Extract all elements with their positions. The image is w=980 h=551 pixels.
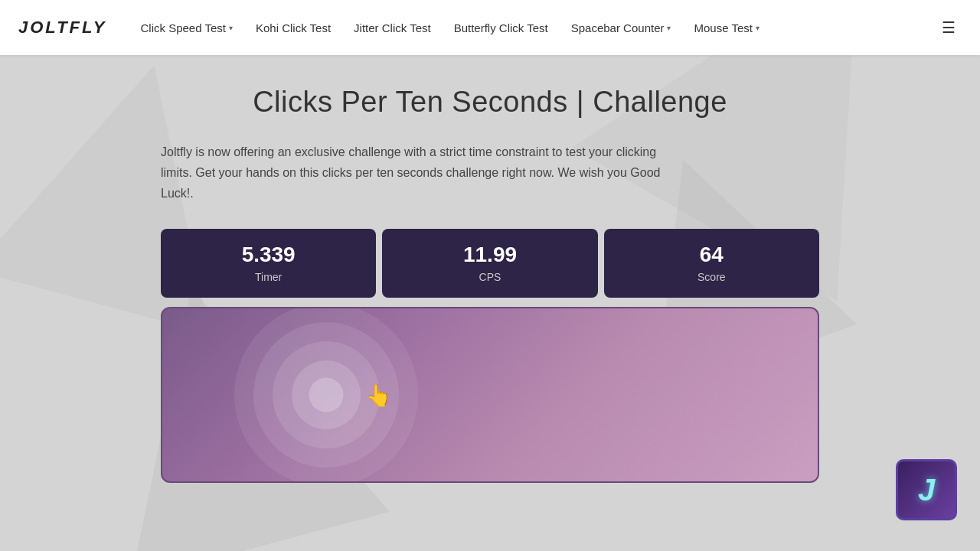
nav-item-click-speed[interactable]: Click Speed Test ▾ bbox=[132, 15, 242, 41]
hamburger-menu-button[interactable]: ☰ bbox=[936, 12, 962, 43]
chevron-down-icon-mouse: ▾ bbox=[756, 24, 760, 32]
main-content: Clicks Per Ten Seconds | Challenge Joltf… bbox=[145, 55, 835, 498]
nav-links: Click Speed Test ▾ Kohi Click Test Jitte… bbox=[132, 15, 936, 41]
click-test-area[interactable]: 👆 bbox=[161, 307, 819, 483]
chevron-down-icon-spacebar: ▾ bbox=[667, 24, 671, 32]
stat-card-timer: 5.339 Timer bbox=[161, 229, 376, 298]
nav-item-kohi[interactable]: Kohi Click Test bbox=[247, 15, 340, 41]
page-description: Joltfly is now offering an exclusive cha… bbox=[161, 142, 681, 204]
cps-label: CPS bbox=[479, 271, 501, 283]
timer-label: Timer bbox=[255, 271, 282, 283]
app-icon-letter: J bbox=[918, 473, 935, 507]
page-title: Clicks Per Ten Seconds | Challenge bbox=[161, 86, 819, 119]
navbar: JOLTFLY Click Speed Test ▾ Kohi Click Te… bbox=[0, 0, 980, 55]
app-icon-button[interactable]: J bbox=[896, 459, 957, 520]
score-label: Score bbox=[697, 271, 726, 283]
nav-item-spacebar[interactable]: Spacebar Counter ▾ bbox=[562, 15, 681, 41]
nav-item-jitter[interactable]: Jitter Click Test bbox=[345, 15, 440, 41]
stats-row: 5.339 Timer 11.99 CPS 64 Score bbox=[161, 229, 819, 298]
timer-value: 5.339 bbox=[173, 243, 364, 267]
stat-card-score: 64 Score bbox=[604, 229, 819, 298]
nav-item-mouse[interactable]: Mouse Test ▾ bbox=[684, 15, 768, 41]
nav-item-butterfly[interactable]: Butterfly Click Test bbox=[445, 15, 557, 41]
score-value: 64 bbox=[616, 243, 807, 267]
chevron-down-icon: ▾ bbox=[229, 24, 233, 32]
cps-value: 11.99 bbox=[394, 243, 585, 267]
site-logo[interactable]: JOLTFLY bbox=[18, 18, 107, 37]
stat-card-cps: 11.99 CPS bbox=[382, 229, 597, 298]
